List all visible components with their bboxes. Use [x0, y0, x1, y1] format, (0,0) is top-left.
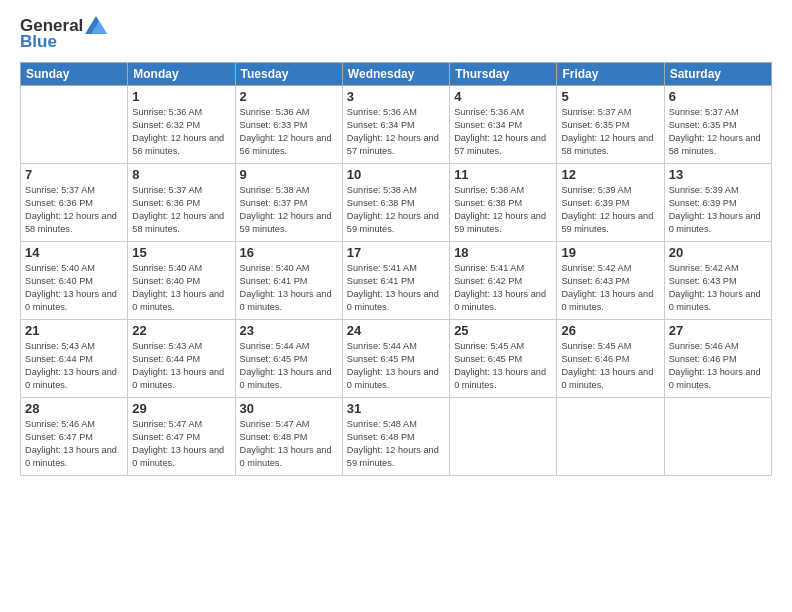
day-info: Sunrise: 5:44 AM Sunset: 6:45 PM Dayligh…: [347, 340, 445, 392]
calendar-cell: 16Sunrise: 5:40 AM Sunset: 6:41 PM Dayli…: [235, 242, 342, 320]
day-info: Sunrise: 5:39 AM Sunset: 6:39 PM Dayligh…: [561, 184, 659, 236]
calendar-cell: [450, 398, 557, 476]
day-number: 18: [454, 245, 552, 260]
calendar-table: SundayMondayTuesdayWednesdayThursdayFrid…: [20, 62, 772, 476]
day-info: Sunrise: 5:43 AM Sunset: 6:44 PM Dayligh…: [25, 340, 123, 392]
day-info: Sunrise: 5:40 AM Sunset: 6:41 PM Dayligh…: [240, 262, 338, 314]
day-number: 24: [347, 323, 445, 338]
weekday-header: Sunday: [21, 63, 128, 86]
day-info: Sunrise: 5:41 AM Sunset: 6:41 PM Dayligh…: [347, 262, 445, 314]
calendar-cell: 18Sunrise: 5:41 AM Sunset: 6:42 PM Dayli…: [450, 242, 557, 320]
day-number: 13: [669, 167, 767, 182]
day-number: 20: [669, 245, 767, 260]
day-info: Sunrise: 5:37 AM Sunset: 6:35 PM Dayligh…: [669, 106, 767, 158]
calendar-cell: 5Sunrise: 5:37 AM Sunset: 6:35 PM Daylig…: [557, 86, 664, 164]
day-info: Sunrise: 5:37 AM Sunset: 6:35 PM Dayligh…: [561, 106, 659, 158]
day-info: Sunrise: 5:48 AM Sunset: 6:48 PM Dayligh…: [347, 418, 445, 470]
day-number: 12: [561, 167, 659, 182]
day-info: Sunrise: 5:45 AM Sunset: 6:45 PM Dayligh…: [454, 340, 552, 392]
calendar-week-row: 7Sunrise: 5:37 AM Sunset: 6:36 PM Daylig…: [21, 164, 772, 242]
weekday-header: Thursday: [450, 63, 557, 86]
weekday-header: Monday: [128, 63, 235, 86]
day-info: Sunrise: 5:36 AM Sunset: 6:34 PM Dayligh…: [347, 106, 445, 158]
calendar-cell: 1Sunrise: 5:36 AM Sunset: 6:32 PM Daylig…: [128, 86, 235, 164]
day-number: 19: [561, 245, 659, 260]
day-number: 4: [454, 89, 552, 104]
day-number: 11: [454, 167, 552, 182]
day-info: Sunrise: 5:38 AM Sunset: 6:38 PM Dayligh…: [454, 184, 552, 236]
day-info: Sunrise: 5:47 AM Sunset: 6:47 PM Dayligh…: [132, 418, 230, 470]
day-info: Sunrise: 5:38 AM Sunset: 6:38 PM Dayligh…: [347, 184, 445, 236]
day-number: 17: [347, 245, 445, 260]
day-number: 15: [132, 245, 230, 260]
day-number: 30: [240, 401, 338, 416]
calendar-header-row: SundayMondayTuesdayWednesdayThursdayFrid…: [21, 63, 772, 86]
weekday-header: Tuesday: [235, 63, 342, 86]
day-info: Sunrise: 5:37 AM Sunset: 6:36 PM Dayligh…: [25, 184, 123, 236]
weekday-header: Friday: [557, 63, 664, 86]
day-number: 22: [132, 323, 230, 338]
logo-icon: [85, 16, 107, 34]
day-info: Sunrise: 5:39 AM Sunset: 6:39 PM Dayligh…: [669, 184, 767, 236]
logo: General Blue: [20, 16, 107, 52]
calendar-week-row: 14Sunrise: 5:40 AM Sunset: 6:40 PM Dayli…: [21, 242, 772, 320]
day-number: 28: [25, 401, 123, 416]
day-number: 21: [25, 323, 123, 338]
calendar-cell: 2Sunrise: 5:36 AM Sunset: 6:33 PM Daylig…: [235, 86, 342, 164]
calendar-cell: 14Sunrise: 5:40 AM Sunset: 6:40 PM Dayli…: [21, 242, 128, 320]
day-info: Sunrise: 5:46 AM Sunset: 6:46 PM Dayligh…: [669, 340, 767, 392]
day-info: Sunrise: 5:36 AM Sunset: 6:33 PM Dayligh…: [240, 106, 338, 158]
day-info: Sunrise: 5:44 AM Sunset: 6:45 PM Dayligh…: [240, 340, 338, 392]
calendar-week-row: 21Sunrise: 5:43 AM Sunset: 6:44 PM Dayli…: [21, 320, 772, 398]
calendar-cell: 11Sunrise: 5:38 AM Sunset: 6:38 PM Dayli…: [450, 164, 557, 242]
header: General Blue: [20, 16, 772, 52]
day-number: 27: [669, 323, 767, 338]
day-info: Sunrise: 5:40 AM Sunset: 6:40 PM Dayligh…: [132, 262, 230, 314]
day-number: 8: [132, 167, 230, 182]
calendar-cell: 24Sunrise: 5:44 AM Sunset: 6:45 PM Dayli…: [342, 320, 449, 398]
calendar-cell: 12Sunrise: 5:39 AM Sunset: 6:39 PM Dayli…: [557, 164, 664, 242]
calendar-cell: 29Sunrise: 5:47 AM Sunset: 6:47 PM Dayli…: [128, 398, 235, 476]
day-info: Sunrise: 5:45 AM Sunset: 6:46 PM Dayligh…: [561, 340, 659, 392]
calendar-cell: 15Sunrise: 5:40 AM Sunset: 6:40 PM Dayli…: [128, 242, 235, 320]
calendar-cell: 4Sunrise: 5:36 AM Sunset: 6:34 PM Daylig…: [450, 86, 557, 164]
day-number: 6: [669, 89, 767, 104]
day-info: Sunrise: 5:36 AM Sunset: 6:32 PM Dayligh…: [132, 106, 230, 158]
calendar-cell: 6Sunrise: 5:37 AM Sunset: 6:35 PM Daylig…: [664, 86, 771, 164]
calendar-cell: 30Sunrise: 5:47 AM Sunset: 6:48 PM Dayli…: [235, 398, 342, 476]
calendar-cell: 28Sunrise: 5:46 AM Sunset: 6:47 PM Dayli…: [21, 398, 128, 476]
day-info: Sunrise: 5:42 AM Sunset: 6:43 PM Dayligh…: [669, 262, 767, 314]
calendar-cell: 8Sunrise: 5:37 AM Sunset: 6:36 PM Daylig…: [128, 164, 235, 242]
calendar-cell: 21Sunrise: 5:43 AM Sunset: 6:44 PM Dayli…: [21, 320, 128, 398]
logo-blue: Blue: [20, 32, 57, 52]
day-info: Sunrise: 5:36 AM Sunset: 6:34 PM Dayligh…: [454, 106, 552, 158]
day-number: 2: [240, 89, 338, 104]
calendar-cell: [664, 398, 771, 476]
weekday-header: Wednesday: [342, 63, 449, 86]
page: General Blue SundayMondayTuesdayWednesda…: [0, 0, 792, 612]
day-number: 5: [561, 89, 659, 104]
calendar-cell: 3Sunrise: 5:36 AM Sunset: 6:34 PM Daylig…: [342, 86, 449, 164]
day-info: Sunrise: 5:38 AM Sunset: 6:37 PM Dayligh…: [240, 184, 338, 236]
day-number: 7: [25, 167, 123, 182]
day-number: 16: [240, 245, 338, 260]
day-info: Sunrise: 5:41 AM Sunset: 6:42 PM Dayligh…: [454, 262, 552, 314]
day-info: Sunrise: 5:46 AM Sunset: 6:47 PM Dayligh…: [25, 418, 123, 470]
day-info: Sunrise: 5:42 AM Sunset: 6:43 PM Dayligh…: [561, 262, 659, 314]
calendar-cell: 13Sunrise: 5:39 AM Sunset: 6:39 PM Dayli…: [664, 164, 771, 242]
day-number: 3: [347, 89, 445, 104]
calendar-cell: 31Sunrise: 5:48 AM Sunset: 6:48 PM Dayli…: [342, 398, 449, 476]
calendar-cell: 27Sunrise: 5:46 AM Sunset: 6:46 PM Dayli…: [664, 320, 771, 398]
day-info: Sunrise: 5:37 AM Sunset: 6:36 PM Dayligh…: [132, 184, 230, 236]
calendar-week-row: 1Sunrise: 5:36 AM Sunset: 6:32 PM Daylig…: [21, 86, 772, 164]
calendar-cell: 7Sunrise: 5:37 AM Sunset: 6:36 PM Daylig…: [21, 164, 128, 242]
day-number: 9: [240, 167, 338, 182]
day-number: 25: [454, 323, 552, 338]
day-number: 31: [347, 401, 445, 416]
calendar-cell: 22Sunrise: 5:43 AM Sunset: 6:44 PM Dayli…: [128, 320, 235, 398]
day-number: 26: [561, 323, 659, 338]
calendar-cell: 19Sunrise: 5:42 AM Sunset: 6:43 PM Dayli…: [557, 242, 664, 320]
calendar-cell: 17Sunrise: 5:41 AM Sunset: 6:41 PM Dayli…: [342, 242, 449, 320]
weekday-header: Saturday: [664, 63, 771, 86]
day-number: 29: [132, 401, 230, 416]
